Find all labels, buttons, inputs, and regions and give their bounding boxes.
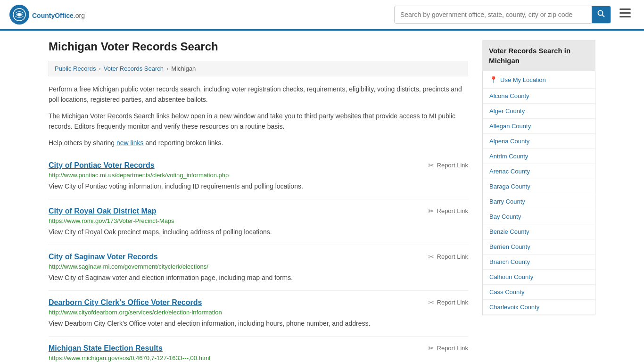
list-item: Charlevoix County (483, 300, 595, 315)
content-area: Michigan Voter Records Search Public Rec… (49, 40, 468, 362)
menu-icon[interactable] (616, 7, 635, 23)
sidebar-title: Voter Records Search in Michigan (482, 40, 595, 71)
sidebar-content: 📍 Use My Location Alcona County Alger Co… (482, 71, 595, 315)
svg-point-1 (18, 13, 21, 16)
use-my-location[interactable]: 📍 Use My Location (483, 71, 595, 89)
sidebar-item-alger[interactable]: Alger County (483, 104, 595, 118)
record-desc: View City of Pontiac voting information,… (49, 181, 468, 191)
sidebar-item-barry[interactable]: Barry County (483, 194, 595, 209)
record-title[interactable]: Dearborn City Clerk's Office Voter Recor… (49, 298, 202, 307)
sidebar-item-baraga[interactable]: Baraga County (483, 179, 595, 194)
svg-rect-6 (619, 16, 631, 17)
report-icon: ✂ (428, 344, 434, 353)
breadcrumb-public-records[interactable]: Public Records (55, 65, 96, 72)
description-3: Help others by sharing new links and rep… (49, 138, 468, 148)
record-item: City of Pontiac Voter Records ✂ Report L… (49, 154, 468, 199)
new-links-link[interactable]: new links (116, 139, 144, 147)
search-button[interactable] (592, 6, 611, 23)
record-desc: View Dearborn City Clerk's Office voter … (49, 319, 468, 329)
record-url[interactable]: https://www.romi.gov/173/Voter-Precinct-… (49, 217, 468, 224)
sidebar-item-alcona[interactable]: Alcona County (483, 89, 595, 103)
sidebar-item-berrien[interactable]: Berrien County (483, 239, 595, 254)
record-title[interactable]: City of Saginaw Voter Records (49, 253, 158, 261)
record-item: Michigan State Election Results ✂ Report… (49, 337, 468, 362)
list-item: Arenac County (483, 164, 595, 179)
breadcrumb: Public Records › Voter Records Search › … (49, 61, 468, 76)
svg-rect-5 (619, 12, 631, 14)
list-item: Baraga County (483, 179, 595, 194)
record-header: City of Pontiac Voter Records ✂ Report L… (49, 161, 468, 170)
list-item: Branch County (483, 255, 595, 270)
record-desc: View City of Saginaw voter and election … (49, 273, 468, 283)
sidebar-item-arenac[interactable]: Arenac County (483, 164, 595, 179)
report-link-button[interactable]: ✂ Report Link (428, 298, 468, 307)
page-title: Michigan Voter Records Search (49, 40, 468, 53)
record-url[interactable]: https://www.michigan.gov/sos/0,4670,7-12… (49, 354, 468, 362)
record-header: Dearborn City Clerk's Office Voter Recor… (49, 298, 468, 307)
sidebar-item-charlevoix[interactable]: Charlevoix County (483, 300, 595, 314)
description-2: The Michigan Voter Records Search links … (49, 111, 468, 132)
report-icon: ✂ (428, 161, 434, 170)
logo-icon (9, 5, 29, 25)
record-title[interactable]: City of Royal Oak District Map (49, 207, 157, 215)
report-link-button[interactable]: ✂ Report Link (428, 344, 468, 353)
record-header: Michigan State Election Results ✂ Report… (49, 344, 468, 353)
record-header: City of Royal Oak District Map ✂ Report … (49, 207, 468, 215)
svg-line-3 (603, 15, 605, 17)
list-item: Alpena County (483, 134, 595, 149)
record-item: City of Royal Oak District Map ✂ Report … (49, 199, 468, 245)
list-item: Calhoun County (483, 270, 595, 285)
county-list: Alcona County Alger County Allegan Count… (483, 89, 595, 315)
breadcrumb-michigan: Michigan (171, 65, 196, 72)
list-item: Alger County (483, 104, 595, 119)
report-icon: ✂ (428, 298, 434, 307)
record-url[interactable]: http://www.saginaw-mi.com/government/cit… (49, 263, 468, 270)
record-item: City of Saginaw Voter Records ✂ Report L… (49, 245, 468, 291)
report-link-button[interactable]: ✂ Report Link (428, 161, 468, 170)
report-link-button[interactable]: ✂ Report Link (428, 207, 468, 215)
search-bar[interactable] (394, 6, 611, 24)
list-item: Alcona County (483, 89, 595, 104)
sidebar-item-allegan[interactable]: Allegan County (483, 119, 595, 133)
records-list: City of Pontiac Voter Records ✂ Report L… (49, 154, 468, 362)
header-right (394, 6, 635, 24)
record-url[interactable]: http://www.cityofdearborn.org/services/c… (49, 309, 468, 316)
report-link-button[interactable]: ✂ Report Link (428, 253, 468, 261)
sidebar-item-calhoun[interactable]: Calhoun County (483, 270, 595, 284)
report-icon: ✂ (428, 253, 434, 261)
svg-rect-4 (619, 8, 631, 10)
description-1: Perform a free Michigan public voter rec… (49, 84, 468, 105)
sidebar-item-alpena[interactable]: Alpena County (483, 134, 595, 148)
list-item: Cass County (483, 285, 595, 300)
record-url[interactable]: http://www.pontiac.mi.us/departments/cle… (49, 172, 468, 179)
breadcrumb-voter-records-search[interactable]: Voter Records Search (104, 65, 164, 72)
record-desc: View City of Royal Oak precinct maps, in… (49, 227, 468, 237)
sidebar: Voter Records Search in Michigan 📍 Use M… (482, 40, 595, 362)
record-item: Dearborn City Clerk's Office Voter Recor… (49, 291, 468, 337)
list-item: Benzie County (483, 224, 595, 239)
list-item: Allegan County (483, 119, 595, 134)
site-header: CountyOffice.org (0, 0, 644, 31)
list-item: Barry County (483, 194, 595, 209)
list-item: Berrien County (483, 239, 595, 255)
sidebar-item-branch[interactable]: Branch County (483, 255, 595, 269)
sidebar-item-antrim[interactable]: Antrim County (483, 149, 595, 164)
record-title[interactable]: City of Pontiac Voter Records (49, 161, 155, 170)
record-header: City of Saginaw Voter Records ✂ Report L… (49, 253, 468, 261)
logo[interactable]: CountyOffice.org (9, 5, 85, 25)
pin-icon: 📍 (489, 76, 497, 83)
main-container: Michigan Voter Records Search Public Rec… (39, 31, 605, 362)
record-title[interactable]: Michigan State Election Results (49, 344, 163, 353)
sidebar-item-benzie[interactable]: Benzie County (483, 224, 595, 239)
report-icon: ✂ (428, 207, 434, 215)
list-item: Bay County (483, 209, 595, 224)
logo-name: CountyOffice.org (32, 9, 85, 20)
sidebar-item-bay[interactable]: Bay County (483, 209, 595, 224)
svg-point-2 (598, 11, 603, 16)
list-item: Antrim County (483, 149, 595, 164)
sidebar-item-cass[interactable]: Cass County (483, 285, 595, 299)
search-input[interactable] (395, 7, 592, 22)
